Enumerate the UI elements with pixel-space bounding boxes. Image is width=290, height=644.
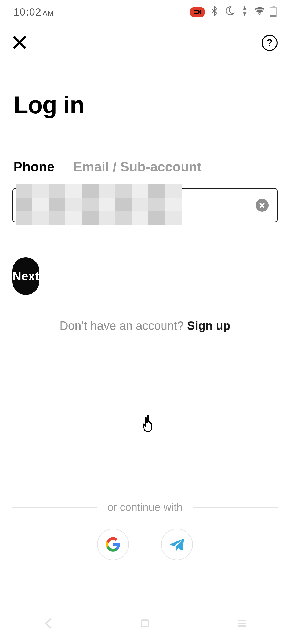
help-icon: ? (267, 37, 273, 49)
signup-link[interactable]: Sign up (187, 319, 230, 332)
clear-icon (259, 202, 265, 208)
separator-line-right (193, 507, 278, 508)
next-button[interactable]: Next (12, 257, 39, 295)
telegram-login-button[interactable] (161, 529, 193, 560)
nav-home-button[interactable] (138, 617, 152, 631)
close-icon (12, 35, 27, 50)
signup-prompt: Don’t have an account? (60, 319, 187, 332)
dnd-moon-icon (224, 6, 235, 19)
nav-recents-button[interactable] (235, 617, 248, 631)
android-navbar (0, 604, 290, 644)
status-time-value: 10:02 (13, 6, 42, 18)
wifi-icon (255, 6, 265, 19)
status-time: 10:02AM (13, 6, 54, 18)
phone-input-wrap (12, 188, 278, 222)
page-title: Log in (0, 56, 290, 119)
separator-line-left (12, 507, 97, 508)
close-button[interactable] (12, 35, 27, 51)
status-time-ampm: AM (43, 9, 54, 17)
login-tabs: Phone Email / Sub-account (0, 119, 290, 175)
pointer-cursor-icon (142, 415, 157, 433)
svg-point-2 (259, 14, 260, 15)
status-right (190, 6, 277, 19)
nav-back-button[interactable] (42, 617, 55, 631)
tab-email[interactable]: Email / Sub-account (73, 159, 202, 175)
social-login-row (0, 529, 290, 560)
topbar: ? (0, 24, 290, 56)
phone-input[interactable] (12, 188, 278, 222)
clear-input-button[interactable] (256, 199, 269, 212)
data-sync-icon (240, 6, 250, 19)
svg-rect-3 (142, 620, 148, 627)
bluetooth-icon (209, 6, 220, 19)
google-login-button[interactable] (97, 529, 129, 560)
status-left: 10:02AM (13, 6, 62, 18)
signup-line: Don’t have an account? Sign up (0, 319, 290, 332)
battery-icon (270, 7, 277, 17)
svg-rect-1 (194, 10, 198, 14)
help-button[interactable]: ? (262, 35, 278, 51)
status-bar: 10:02AM (0, 0, 290, 24)
continue-separator: or continue with (12, 501, 278, 513)
google-icon (106, 537, 121, 552)
recording-badge-icon (190, 7, 205, 17)
telegram-icon (169, 537, 184, 552)
tab-phone[interactable]: Phone (13, 159, 55, 175)
next-button-label: Next (12, 269, 39, 283)
separator-label: or continue with (107, 501, 183, 513)
